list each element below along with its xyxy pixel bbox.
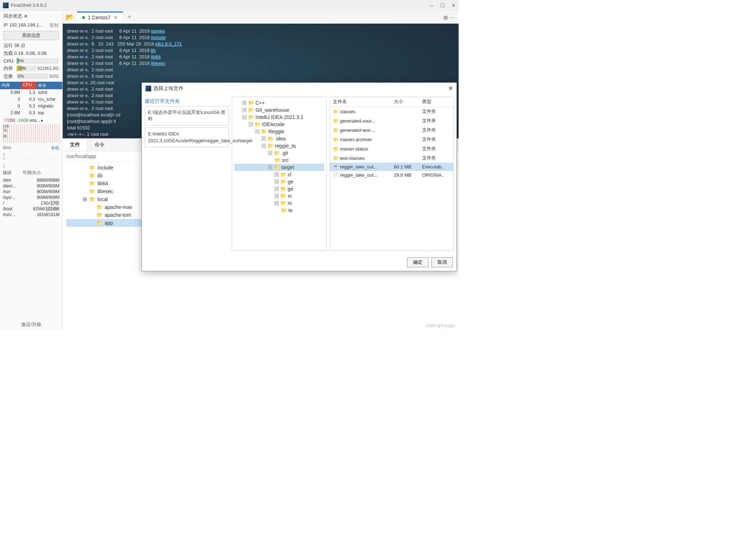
app-icon — [3, 3, 9, 8]
mem-bar: 29% — [16, 66, 36, 71]
process-row[interactable]: 00.3rcu_sche — [0, 96, 62, 103]
copy-ip-button[interactable]: 复制 — [49, 22, 59, 29]
file-icon: ☕ — [333, 164, 339, 169]
disk-row[interactable]: /run/...181M/181M — [0, 212, 62, 217]
disk-col-path[interactable]: 路径 — [3, 170, 23, 176]
tab-files[interactable]: 文件 — [63, 139, 87, 151]
layout-grid-icon[interactable]: ▦ — — [439, 14, 459, 20]
close-button[interactable]: ✕ — [451, 3, 456, 8]
tab-commands[interactable]: 命令 — [87, 139, 112, 151]
folder-icon: 📁 — [280, 179, 286, 185]
tree-node[interactable]: ⊟📁Reggie — [234, 128, 324, 135]
tree-node[interactable]: ⊟📁target — [234, 164, 324, 171]
file-row[interactable]: 📁generated-test-...文件夹 — [330, 125, 453, 135]
folder-icon: 📁 — [280, 186, 286, 192]
folder-icon: 📁 — [267, 136, 273, 142]
process-row[interactable]: 00.3migratio — [0, 103, 62, 110]
tree-node[interactable]: ⊟📁reggie_ta — [234, 142, 324, 149]
titlebar: FinalShell 3.9.6.2 — ☐ ✕ — [0, 0, 459, 11]
disk-row[interactable]: /boot825M/1014M — [0, 206, 62, 212]
ok-button[interactable]: 确定 — [407, 257, 429, 267]
proc-col-cpu[interactable]: CPU — [21, 82, 37, 89]
tree-node[interactable]: ⊞📁cl — [234, 171, 324, 178]
folder-icon: 📁 — [254, 121, 260, 127]
watermark: CSDN @不知迷踪 — [426, 324, 455, 329]
tree-node[interactable]: ⊞📁ge — [234, 185, 324, 192]
folder-icon: 📁 — [274, 164, 280, 170]
sync-dot-icon — [24, 15, 27, 18]
folder-icon: 📁 — [89, 165, 95, 171]
folder-icon: 📁 — [96, 220, 102, 226]
file-list[interactable]: 文件名 大小 类型 📁classes文件夹📁generated-sour...文… — [330, 97, 454, 251]
folder-icon: 📁 — [280, 172, 286, 177]
process-row[interactable]: 2.9M0.3top — [0, 110, 62, 116]
folder-icon: 📁 — [89, 173, 95, 178]
cancel-button[interactable]: 取消 — [431, 257, 453, 267]
net-expand-icon[interactable]: ▸ — [41, 118, 43, 123]
tree-node[interactable]: ⊞📁Git_warehouse — [234, 106, 324, 114]
load-avg: 负载 0.16, 0.08, 0.06 — [0, 49, 62, 57]
tree-node[interactable]: ⊟📁IDEAcode — [234, 121, 324, 128]
col-size[interactable]: 大小 — [391, 97, 419, 107]
folder-icon: 📁 — [333, 128, 339, 133]
activate-button[interactable]: 激活/升级 — [0, 319, 62, 331]
tree-node[interactable]: ⊞📁.git — [234, 149, 324, 157]
uptime: 运行 38 分 — [0, 42, 62, 49]
recent-header: 最近打开文件夹 — [145, 97, 229, 106]
process-row[interactable]: 5.9M1.3sshd — [0, 89, 62, 96]
latency-host[interactable]: 本机 — [51, 145, 59, 151]
disk-row[interactable]: /dev898M/898M — [0, 177, 62, 183]
col-type[interactable]: 类型 — [419, 97, 453, 107]
file-row[interactable]: 📁maven-archiver文件夹 — [330, 135, 453, 144]
disk-row[interactable]: /dev/...909M/909M — [0, 183, 62, 189]
tree-node[interactable]: ⊞📁.idea — [234, 135, 324, 142]
cpu-bar: 5% — [16, 58, 59, 64]
sync-label: 同步状态 — [4, 13, 22, 19]
net-interface[interactable]: ens... — [30, 118, 40, 123]
folder-icon: 📁 — [333, 137, 339, 142]
tree-node[interactable]: ⊞📁C++ — [234, 99, 324, 106]
add-tab-button[interactable]: + — [123, 13, 136, 21]
disk-row[interactable]: /sys/...909M/909M — [0, 195, 62, 200]
tree-node[interactable]: 📁src — [234, 157, 324, 164]
recent-item[interactable]: E:\IntelliJ IDEA 2021.3.1\IDEAcode\Reggi… — [145, 128, 229, 147]
file-row[interactable]: ☕reggie_take_out...60.1 MBExecutab.. — [330, 163, 453, 171]
tree-node[interactable]: ⊞📁ge — [234, 178, 324, 185]
file-row[interactable]: 📁maven-status文件夹 — [330, 144, 453, 153]
process-table: 内存 CPU 命令 5.9M1.3sshd00.3rcu_sche00.3mig… — [0, 82, 62, 116]
folder-icon: 📁 — [248, 107, 254, 113]
disk-row[interactable]: /run900M/909M — [0, 189, 62, 195]
file-row[interactable]: 📁classes文件夹 — [330, 107, 453, 116]
folder-icon: 📁 — [248, 100, 254, 106]
folder-tree[interactable]: ⊞📁C++⊞📁Git_warehouse⊟📁IntelliJ IDEA 2021… — [232, 97, 327, 251]
folder-icon: 📁 — [280, 200, 286, 206]
file-row[interactable]: 📄reggie_take_out...29.8 MBORIGINA.. — [330, 171, 453, 179]
system-info-button[interactable]: 系统信息 — [4, 31, 59, 40]
disk-row[interactable]: /13G/17G — [0, 200, 62, 206]
file-row[interactable]: 📁test-classes文件夹 — [330, 153, 453, 163]
tree-node[interactable]: 📁te — [234, 207, 324, 214]
dialog-close-icon[interactable]: ✕ — [448, 85, 453, 92]
proc-col-mem[interactable]: 内存 — [0, 82, 21, 89]
recent-item[interactable]: E:\瑞吉外卖平台实战开发\Linux\04-资料 — [145, 106, 229, 125]
tree-node[interactable]: ⊞📁m — [234, 200, 324, 207]
proc-col-cmd[interactable]: 命令 — [37, 82, 62, 89]
tree-node[interactable]: ⊟📁IntelliJ IDEA 2021.3.1 — [234, 114, 324, 121]
open-folder-icon[interactable]: 📂 — [63, 13, 77, 21]
tree-node[interactable]: ⊞📁m — [234, 192, 324, 200]
file-row[interactable]: 📁generated-sour...文件夹 — [330, 116, 453, 125]
net-up: ↑726B — [3, 118, 15, 123]
net-chart: 10K 7K 3K — [3, 124, 59, 142]
disk-col-size[interactable]: 可用/大小 — [23, 170, 59, 176]
folder-icon: 📁 — [333, 118, 339, 124]
folder-icon: 📁 — [96, 204, 102, 210]
minimize-button[interactable]: — — [429, 3, 434, 8]
dialog-title: 选择上传文件 — [153, 85, 448, 92]
upload-dialog: 选择上传文件 ✕ 最近打开文件夹 E:\瑞吉外卖平台实战开发\Linux\04-… — [142, 82, 457, 271]
col-filename[interactable]: 文件名 — [330, 97, 391, 107]
dialog-icon — [145, 86, 151, 91]
tab-centos7[interactable]: 1 Centos7 ✕ — [77, 11, 123, 23]
maximize-button[interactable]: ☐ — [440, 3, 445, 8]
tab-close-icon[interactable]: ✕ — [114, 15, 118, 20]
mem-label: 内存 — [4, 65, 15, 72]
